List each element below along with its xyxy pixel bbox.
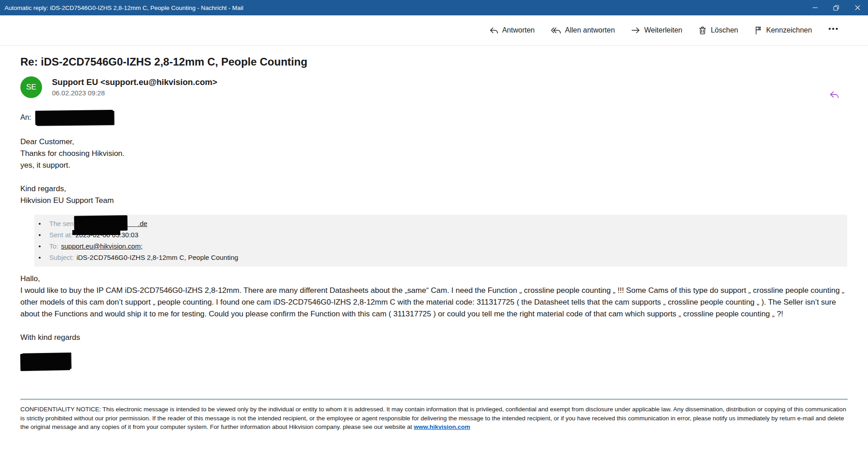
forward-button[interactable]: Weiterleiten — [631, 26, 682, 34]
sender-email: <support.eu@hikvision.com> — [100, 77, 217, 87]
to-label: An: — [20, 113, 31, 122]
sender-name-line: Support EU <support.eu@hikvision.com> — [52, 77, 217, 87]
quoted-greeting: Hallo, — [20, 273, 848, 285]
close-icon — [855, 5, 860, 10]
message-body: Dear Customer, Thanks for choosing Hikvi… — [20, 136, 848, 207]
delete-icon — [698, 26, 707, 35]
restore-button[interactable] — [826, 0, 847, 15]
quoted-paragraph: I would like to buy the IP CAM iDS-2CD75… — [20, 285, 848, 320]
quoted-message-header: The sender: .de Sent at: 2023-02-06 05:3… — [34, 215, 847, 267]
titlebar: Automatic reply: iDS-2CD7546G0-IZHS 2,8-… — [0, 0, 868, 15]
window-controls — [804, 0, 868, 15]
sender-name: Support EU — [52, 77, 98, 87]
footer-divider — [20, 399, 848, 400]
quoted-label: Sent at: — [49, 231, 73, 239]
more-icon: ••• — [828, 24, 839, 33]
minimize-button[interactable] — [804, 0, 826, 15]
quoted-row-sender: The sender: .de — [34, 218, 847, 229]
recipient-redaction-box — [35, 110, 113, 125]
reply-all-icon — [551, 26, 561, 34]
forward-icon — [631, 26, 640, 34]
quoted-closing: With kind regards — [20, 332, 848, 343]
reply-all-label: Allen antworten — [565, 26, 615, 34]
sent-date: 06.02.2023 09:28 — [52, 89, 217, 97]
confidentiality-notice: CONFIDENTIALITY NOTICE: This electronic … — [20, 405, 848, 432]
reply-all-button[interactable]: Allen antworten — [551, 26, 615, 34]
to-address-link[interactable]: support.eu@hikvision.com; — [61, 242, 142, 250]
quoted-subject-value: iDS-2CD7546G0-IZHS 2,8-12mm C, People Co… — [76, 254, 238, 261]
quoted-row-to: To: support.eu@hikvision.com; — [34, 240, 847, 252]
quoted-label: Subject: — [49, 254, 74, 261]
body-line: Thanks for choosing Hikvision. — [20, 148, 848, 160]
sender-redaction-box — [74, 215, 127, 231]
more-actions-button[interactable]: ••• — [828, 24, 839, 36]
flag-label: Kennzeichnen — [766, 26, 812, 34]
signature-redaction-box — [20, 353, 71, 371]
sender-header: SE Support EU <support.eu@hikvision.com>… — [20, 76, 848, 98]
reply-icon — [489, 26, 498, 34]
avatar: SE — [20, 76, 42, 98]
hikvision-website-link[interactable]: www.hikvision.com — [414, 423, 470, 430]
body-line: Dear Customer, — [20, 136, 848, 148]
forward-label: Weiterleiten — [644, 26, 682, 34]
quoted-row-sent-at: Sent at: 2023-02-06 05:30:03 — [34, 229, 847, 240]
flag-button[interactable]: Kennzeichnen — [755, 26, 812, 35]
delete-button[interactable]: Löschen — [698, 26, 738, 35]
close-button[interactable] — [847, 0, 868, 15]
window-title: Automatic reply: iDS-2CD7546G0-IZHS 2,8-… — [5, 5, 243, 11]
quoted-label: To: — [49, 242, 58, 250]
reply-button[interactable]: Antworten — [489, 26, 535, 34]
quoted-row-subject: Subject: iDS-2CD7546G0-IZHS 2,8-12mm C, … — [34, 252, 847, 263]
sender-address-link[interactable]: .de — [138, 220, 147, 227]
restore-icon — [833, 5, 839, 11]
delete-label: Löschen — [711, 26, 738, 34]
command-bar: Antworten Allen antworten Weiterleiten L… — [0, 15, 868, 46]
minimize-icon — [812, 5, 818, 10]
message-pane: Re: iDS-2CD7546G0-IZHS 2,8-12mm C, Peopl… — [0, 56, 868, 432]
sender-redaction-box — [72, 230, 120, 235]
body-line: Kind regards, — [20, 183, 848, 195]
body-line: yes, it support. — [20, 160, 848, 171]
recipient-row: An: — [20, 110, 848, 125]
body-line: Hikvision EU Support Team — [20, 195, 848, 207]
reply-label: Antworten — [502, 26, 535, 34]
message-subject: Re: iDS-2CD7546G0-IZHS 2,8-12mm C, Peopl… — [20, 56, 848, 68]
replied-indicator-icon — [829, 90, 840, 102]
flag-icon — [755, 26, 762, 35]
